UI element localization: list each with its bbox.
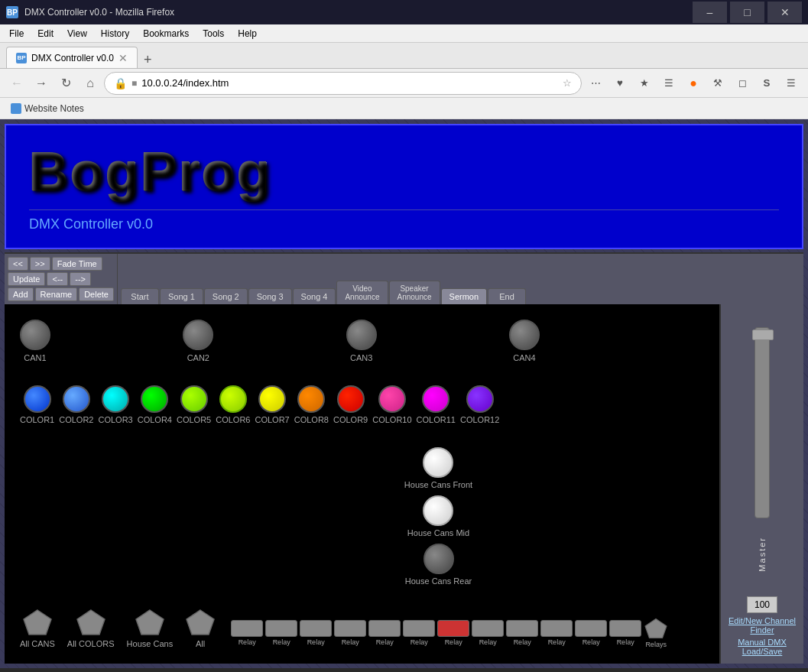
bookmark-star-icon[interactable]: ☆	[563, 77, 572, 89]
nav-bar: ← → ↻ ⌂ 🔒 ■ ☆ ⋯ ♥ ★ ☰ ● ⚒ ◻ S ☰	[0, 69, 808, 98]
menu-bookmarks[interactable]: Bookmarks	[137, 27, 195, 41]
color12-led[interactable]	[466, 385, 494, 413]
relay-btn-11[interactable]	[575, 620, 607, 637]
can2-led[interactable]	[183, 320, 213, 350]
close-button[interactable]: ✕	[767, 2, 802, 23]
color8-led[interactable]	[297, 385, 325, 413]
dmx-main: CAN1 CAN2 CAN3 CAN4	[5, 304, 803, 664]
menu-hamburger[interactable]: ☰	[780, 73, 802, 94]
house-cans-rear-led[interactable]	[423, 544, 454, 574]
color11-led[interactable]	[422, 385, 449, 413]
menu-view[interactable]: View	[61, 27, 93, 41]
prev-button[interactable]: <<	[8, 257, 28, 271]
arrow-left-button[interactable]: <--	[47, 272, 68, 286]
tab-song1[interactable]: Song 1	[160, 288, 203, 304]
tab-song3[interactable]: Song 3	[248, 288, 292, 304]
forward-button[interactable]: →	[31, 73, 52, 94]
browser-tab[interactable]: BP DMX Controller v0.0 ✕	[6, 47, 138, 68]
all-colors-label: All COLORS	[67, 639, 115, 648]
color4-led[interactable]	[141, 385, 168, 413]
relay-btn-5[interactable]	[368, 620, 401, 637]
master-value-display[interactable]: 100	[747, 596, 777, 613]
tools-button[interactable]: ⚒	[707, 73, 728, 94]
color9-label: COLOR9	[333, 415, 368, 424]
color2-led[interactable]	[63, 385, 90, 413]
relay-btn-6[interactable]	[403, 620, 435, 637]
title-bar: BP DMX Controller v0.0 - Mozilla Firefox…	[0, 0, 808, 24]
browser-content: BogProg DMX Controller v0.0 << >> Fade T…	[0, 119, 808, 668]
nav-row-3: Add Rename Delete	[8, 287, 114, 301]
relay-btn-3[interactable]	[300, 620, 332, 637]
account-button[interactable]: S	[756, 73, 777, 94]
tab-video-announce[interactable]: VideoAnnounce	[336, 281, 388, 304]
maximize-button[interactable]: □	[730, 2, 764, 23]
color9-led[interactable]	[337, 385, 365, 413]
url-input[interactable]	[141, 77, 558, 89]
color5-led[interactable]	[180, 385, 208, 413]
menu-history[interactable]: History	[95, 27, 135, 41]
delete-button[interactable]: Delete	[79, 287, 114, 301]
relay-btn-2[interactable]	[265, 620, 297, 637]
reload-button[interactable]: ↻	[55, 73, 76, 94]
color10-led[interactable]	[378, 385, 406, 413]
tab-sermon[interactable]: Sermon	[441, 288, 488, 304]
master-slider-track[interactable]	[754, 327, 770, 518]
back-button[interactable]: ←	[6, 73, 28, 94]
menu-edit[interactable]: Edit	[31, 27, 60, 41]
library-button[interactable]: ☰	[658, 73, 680, 94]
menu-tools[interactable]: Tools	[196, 27, 230, 41]
tab-start[interactable]: Start	[121, 288, 159, 304]
tab-end[interactable]: End	[488, 288, 526, 304]
update-button[interactable]: Update	[8, 272, 45, 286]
relay-btn-9[interactable]	[506, 620, 538, 637]
tab-speaker-announce[interactable]: SpeakerAnnounce	[389, 281, 440, 304]
add-button[interactable]: Add	[8, 287, 34, 301]
manual-dmx-link[interactable]: Manual DMX Load/Save	[725, 638, 800, 656]
master-slider-handle[interactable]	[752, 330, 774, 340]
dmx-controls: CAN1 CAN2 CAN3 CAN4	[5, 304, 719, 664]
menu-file[interactable]: File	[3, 27, 30, 41]
next-button[interactable]: >>	[30, 257, 50, 271]
relay-label-10: Relay	[548, 638, 566, 646]
relay-btn-7[interactable]	[437, 620, 469, 637]
tab-close-button[interactable]: ✕	[118, 52, 128, 64]
firefox-icon[interactable]: ●	[683, 73, 704, 94]
color6-item: COLOR6	[216, 385, 250, 424]
menu-help[interactable]: Help	[232, 27, 263, 41]
arrow-right-button[interactable]: -->	[70, 272, 91, 286]
tab-song4[interactable]: Song 4	[293, 288, 336, 304]
minimize-button[interactable]: –	[693, 2, 727, 23]
star-button[interactable]: ★	[634, 73, 655, 94]
home-button[interactable]: ⌂	[80, 73, 101, 94]
color3-led[interactable]	[102, 385, 129, 413]
house-cans-front-led[interactable]	[423, 447, 453, 478]
relays-pentagon-button[interactable]	[644, 618, 668, 639]
color7-led[interactable]	[258, 385, 286, 413]
relay-btn-1[interactable]	[231, 620, 263, 637]
tab-song2[interactable]: Song 2	[204, 288, 248, 304]
color1-led[interactable]	[24, 385, 51, 413]
relay-btn-8[interactable]	[472, 620, 504, 637]
house-cans-mid-led[interactable]	[423, 495, 453, 526]
house-cans-button[interactable]: House Cans	[127, 609, 174, 648]
relay-label-5: Relay	[376, 638, 394, 646]
relay-btn-4[interactable]	[334, 620, 366, 637]
relay-btn-10[interactable]	[540, 620, 573, 637]
url-bar[interactable]: 🔒 ■ ☆	[104, 72, 582, 95]
all-cans-button[interactable]: All CANS	[20, 609, 55, 648]
relay-btn-12[interactable]	[609, 620, 641, 637]
can1-led[interactable]	[20, 320, 50, 350]
edit-channel-finder-link[interactable]: Edit/New Channel Finder	[725, 616, 800, 635]
more-button[interactable]: ⋯	[585, 73, 606, 94]
bookmark-website-notes[interactable]: Website Notes	[6, 102, 89, 115]
fade-time-button[interactable]: Fade Time	[52, 257, 102, 271]
new-tab-button[interactable]: +	[138, 52, 158, 68]
color6-led[interactable]	[219, 385, 247, 413]
rename-button[interactable]: Rename	[35, 287, 78, 301]
can4-led[interactable]	[509, 320, 540, 350]
can3-led[interactable]	[346, 320, 377, 350]
all-button[interactable]: All	[185, 609, 216, 648]
reader-button[interactable]: ♥	[609, 73, 631, 94]
all-colors-button[interactable]: All COLORS	[67, 609, 115, 648]
sync-button[interactable]: ◻	[732, 73, 753, 94]
